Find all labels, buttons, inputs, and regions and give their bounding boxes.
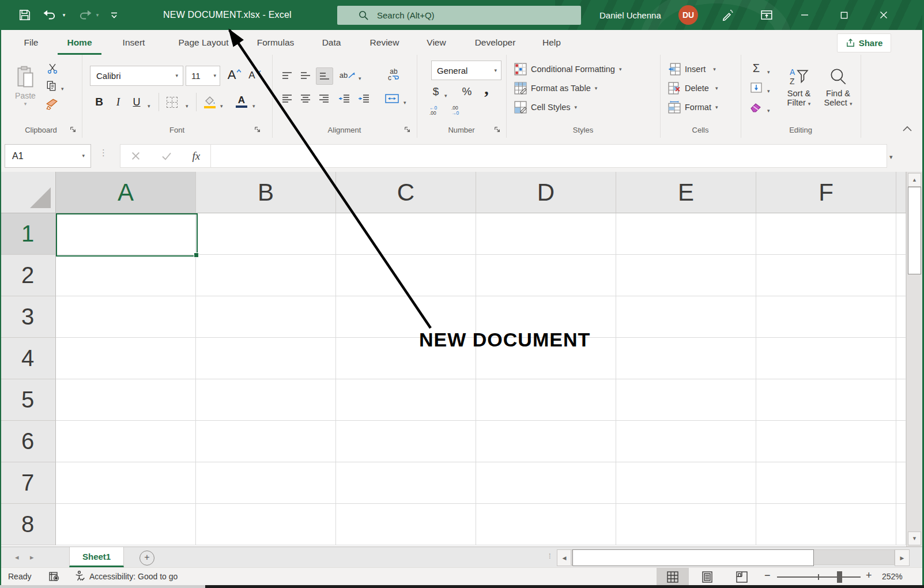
minimize-button[interactable] — [794, 0, 815, 30]
tab-scroll-splitter[interactable] — [549, 552, 551, 560]
sheet-tab-sheet1[interactable]: Sheet1 — [69, 547, 124, 567]
quick-access-toolbar-options-icon[interactable] — [107, 0, 121, 30]
decrease-font-size-button[interactable]: A — [246, 66, 264, 85]
orientation-chevron-icon[interactable] — [359, 72, 361, 82]
tab-view[interactable]: View — [416, 30, 457, 55]
format-painter-button[interactable] — [44, 96, 60, 111]
name-box-resize-handle[interactable] — [99, 148, 108, 158]
next-sheet-arrow-icon[interactable]: ▸ — [30, 553, 34, 561]
cell-C8[interactable] — [336, 504, 476, 545]
row-header-4[interactable]: 4 — [0, 338, 56, 379]
new-sheet-button[interactable] — [139, 551, 154, 566]
cell-B4[interactable] — [196, 338, 336, 379]
insert-cells-button[interactable]: Insert — [668, 62, 716, 77]
cell-B3[interactable] — [196, 296, 336, 338]
cell-A6[interactable] — [56, 421, 196, 462]
fill-color-button[interactable] — [201, 92, 219, 111]
cell-D7[interactable] — [476, 462, 616, 504]
horizontal-scroll-thumb[interactable] — [572, 549, 814, 566]
cell-C2[interactable] — [336, 255, 476, 296]
cell-C1[interactable] — [336, 213, 476, 255]
font-color-button[interactable]: A — [233, 92, 250, 111]
scroll-up-button[interactable]: ▲ — [908, 173, 921, 187]
cell-E6[interactable] — [616, 421, 756, 462]
zoom-in-button[interactable] — [866, 570, 872, 582]
vertical-scroll-thumb[interactable] — [908, 187, 921, 274]
row-header-2[interactable]: 2 — [0, 255, 56, 296]
redo-button[interactable] — [76, 0, 93, 30]
comma-style-button[interactable]: , — [480, 80, 493, 96]
view-page-break-button[interactable] — [726, 568, 758, 586]
paste-button[interactable]: Paste — [13, 59, 38, 112]
undo-button[interactable] — [42, 0, 59, 30]
clear-button[interactable] — [749, 100, 764, 115]
alignment-dialog-launcher[interactable] — [403, 126, 412, 134]
clipboard-dialog-launcher[interactable] — [69, 126, 77, 134]
cell-E5[interactable] — [616, 379, 756, 421]
maximize-button[interactable] — [834, 0, 854, 30]
cell-E1[interactable] — [616, 213, 756, 255]
align-left-button[interactable] — [279, 91, 295, 107]
cell-F7[interactable] — [756, 462, 896, 504]
column-header-A[interactable]: A — [56, 172, 196, 213]
cell-C6[interactable] — [336, 421, 476, 462]
tab-file[interactable]: File — [14, 30, 48, 55]
copy-dropdown-chevron-icon[interactable] — [61, 82, 64, 93]
delete-cells-button[interactable]: Delete — [668, 81, 718, 96]
cell-A4[interactable] — [56, 338, 196, 379]
bottom-align-button[interactable] — [316, 67, 333, 85]
column-header-F[interactable]: F — [756, 172, 896, 213]
cell-D5[interactable] — [476, 379, 616, 421]
decrease-indent-button[interactable] — [335, 91, 353, 107]
scroll-right-button[interactable]: ▶ — [895, 549, 910, 566]
row-header-1[interactable]: 1 — [0, 213, 56, 255]
accounting-format-button[interactable]: $ — [429, 84, 442, 100]
cell-C7[interactable] — [336, 462, 476, 504]
cell-F5[interactable] — [756, 379, 896, 421]
format-cells-button[interactable]: Format — [668, 100, 718, 115]
previous-sheet-arrow-icon[interactable]: ◂ — [15, 553, 19, 561]
decrease-decimal-button[interactable]: .00 →0 — [451, 103, 470, 118]
cell-F3[interactable] — [756, 296, 896, 338]
cell-partial4[interactable] — [896, 338, 906, 379]
cell-partial5[interactable] — [896, 379, 906, 421]
cell-B7[interactable] — [196, 462, 336, 504]
cell-partial7[interactable] — [896, 462, 906, 504]
cell-partial1[interactable] — [896, 213, 906, 255]
sort-filter-button[interactable]: A Z Sort & Filter — [780, 59, 818, 115]
column-header-C[interactable]: C — [336, 172, 476, 213]
row-header-8[interactable]: 8 — [0, 504, 56, 545]
find-select-button[interactable]: Find & Select — [819, 59, 857, 115]
cell-B6[interactable] — [196, 421, 336, 462]
column-header-D[interactable]: D — [476, 172, 616, 213]
zoom-level[interactable]: 252% — [882, 572, 903, 581]
vertical-scrollbar[interactable]: ▲ ▼ — [906, 172, 922, 546]
format-as-table-button[interactable]: Format as Table — [514, 81, 597, 96]
cell-D2[interactable] — [476, 255, 616, 296]
coming-soon-pen-icon[interactable] — [717, 0, 738, 30]
copy-button[interactable] — [44, 79, 59, 93]
tab-formulas[interactable]: Formulas — [248, 30, 303, 55]
merge-center-chevron-icon[interactable] — [403, 96, 406, 107]
underline-button[interactable]: U — [129, 93, 144, 111]
font-color-chevron-icon[interactable] — [252, 100, 255, 110]
tab-data[interactable]: Data — [311, 30, 352, 55]
borders-button[interactable] — [164, 94, 180, 110]
cell-A7[interactable] — [56, 462, 196, 504]
autosum-button[interactable]: Σ — [749, 61, 764, 76]
cell-D6[interactable] — [476, 421, 616, 462]
insert-function-button[interactable]: fx — [192, 150, 200, 163]
enter-check-icon[interactable] — [161, 152, 172, 160]
cell-B2[interactable] — [196, 255, 336, 296]
macro-record-icon[interactable] — [48, 571, 60, 582]
cell-D8[interactable] — [476, 504, 616, 545]
cell-A2[interactable] — [56, 255, 196, 296]
cell-E3[interactable] — [616, 296, 756, 338]
cell-partial2[interactable] — [896, 255, 906, 296]
cell-E4[interactable] — [616, 338, 756, 379]
cell-partial3[interactable] — [896, 296, 906, 338]
italic-button[interactable]: I — [111, 93, 126, 111]
scroll-left-button[interactable]: ◀ — [557, 549, 572, 566]
tab-review[interactable]: Review — [361, 30, 408, 55]
cell-F2[interactable] — [756, 255, 896, 296]
